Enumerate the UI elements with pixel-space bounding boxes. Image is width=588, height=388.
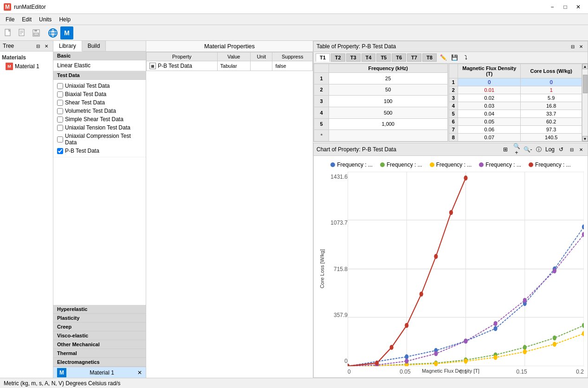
tree-close-btn[interactable]: ✕ (43, 42, 50, 50)
section-creep[interactable]: Creep (53, 323, 146, 331)
scroll-up-btn[interactable]: ▲ (582, 64, 588, 69)
prop-value-cell[interactable]: Tabular (217, 61, 250, 71)
checkbox-uniaxial-tension-input[interactable] (57, 125, 63, 131)
mfd-val-3[interactable]: 0.02 (458, 94, 521, 102)
cl-val-8[interactable]: 140.5 (521, 134, 582, 142)
section-electromagnetics[interactable]: Electromagnetics (53, 358, 146, 367)
tab-t1[interactable]: T1 (316, 53, 330, 62)
checkbox-uniaxial[interactable]: Uniaxial Test Data (57, 82, 142, 90)
edit-button[interactable] (16, 26, 29, 39)
freq-val-5[interactable]: 1,000 (329, 118, 447, 130)
mfd-val-8[interactable]: 0.07 (458, 134, 521, 142)
tree-item-material1[interactable]: M Material 1 (2, 62, 51, 71)
table-import-btn[interactable]: ⤵ (461, 53, 471, 62)
checkbox-uniaxial-compression-input[interactable] (57, 136, 63, 142)
cl-val-6[interactable]: 60.2 (521, 118, 582, 126)
tab-t3[interactable]: T3 (346, 53, 361, 62)
mfd-val-5[interactable]: 0.04 (458, 110, 521, 118)
table-save-btn[interactable]: 💾 (450, 53, 460, 62)
menu-edit[interactable]: Edit (18, 15, 35, 24)
tab-t6[interactable]: T6 (392, 53, 406, 62)
cl-val-7[interactable]: 97.3 (521, 126, 582, 134)
freq-val-3[interactable]: 100 (329, 96, 447, 107)
legend-label-4: Frequency : ... (485, 162, 521, 168)
section-hyperelastic[interactable]: Hyperelastic (53, 305, 146, 314)
table-close-btn[interactable]: ✕ (577, 43, 585, 50)
minimize-button[interactable]: − (546, 2, 558, 12)
section-thermal[interactable]: Thermal (53, 349, 146, 358)
mfd-val-4[interactable]: 0.03 (458, 102, 521, 110)
tree-undock-btn[interactable]: ⊟ (34, 42, 42, 50)
chart-info-btn[interactable]: ⓘ (534, 145, 544, 154)
x-tick-0: 0 (348, 369, 351, 375)
mfd-val-6[interactable]: 0.05 (458, 118, 521, 126)
chart-log-btn[interactable]: Log (545, 145, 555, 154)
bottom-material-label: Material 1 (90, 369, 114, 376)
checkbox-simple-shear[interactable]: Simple Shear Test Data (57, 115, 142, 123)
chart-fit-btn[interactable]: ⊞ (500, 145, 510, 154)
checkbox-uniaxial-tension[interactable]: Uniaxial Tension Test Data (57, 123, 142, 132)
checkbox-uniaxial-input[interactable] (57, 83, 63, 89)
section-test-data[interactable]: Test Data (53, 71, 146, 80)
table-scrollbar[interactable]: ▲ ▼ (582, 64, 588, 142)
mfd-val-7[interactable]: 0.06 (458, 126, 521, 134)
table-undock-btn[interactable]: ⊟ (569, 43, 576, 50)
checkbox-volumetric[interactable]: Volumetric Test Data (57, 107, 142, 115)
cl-col-header: Core Loss (W/kg) (521, 64, 582, 78)
chart-zoom-in-btn[interactable]: 🔍+ (511, 145, 522, 154)
checkbox-biaxial-input[interactable] (57, 91, 63, 97)
section-other-mechanical[interactable]: Other Mechanical (53, 340, 146, 349)
cl-val-3[interactable]: 5.9 (521, 94, 582, 102)
tab-t5[interactable]: T5 (376, 53, 391, 62)
scrollbar-thumb[interactable] (583, 75, 588, 93)
svg-rect-7 (34, 33, 39, 35)
tree-controls: ⊟ ✕ (34, 42, 50, 50)
checkbox-pb-input[interactable] (57, 148, 63, 154)
tab-t7[interactable]: T7 (407, 53, 421, 62)
property-table: Property Value Unit Suppress ▦ P-B Test … (146, 52, 313, 71)
bottom-close-btn[interactable]: ✕ (137, 369, 142, 376)
menu-bar: File Edit Units Help (0, 14, 588, 25)
close-button[interactable]: ✕ (572, 2, 584, 12)
tab-t2[interactable]: T2 (331, 53, 345, 62)
mfd-val-1[interactable]: 0 (458, 78, 521, 86)
cl-val-2[interactable]: 1 (521, 86, 582, 94)
freq-val-4[interactable]: 500 (329, 107, 447, 118)
cl-val-1[interactable]: 0 (521, 78, 582, 86)
menu-units[interactable]: Units (35, 15, 55, 24)
checkbox-simple-shear-input[interactable] (57, 116, 63, 123)
cl-val-5[interactable]: 33.7 (521, 110, 582, 118)
tab-t8[interactable]: T8 (422, 53, 437, 62)
save-button[interactable] (30, 26, 43, 39)
checkbox-volumetric-input[interactable] (57, 108, 63, 114)
menu-help[interactable]: Help (55, 15, 74, 24)
freq-val-star[interactable] (329, 130, 447, 142)
table-edit-btn[interactable]: ✏️ (439, 53, 449, 62)
material-button[interactable]: M (60, 26, 73, 39)
checkbox-biaxial[interactable]: Biaxial Test Data (57, 90, 142, 98)
section-plasticity[interactable]: Plasticity (53, 314, 146, 323)
checkbox-uniaxial-compression[interactable]: Uniaxial Compression Test Data (57, 132, 142, 147)
tab-library[interactable]: Library (53, 41, 82, 52)
section-basic[interactable]: Basic (53, 52, 146, 60)
chart-zoom-out-btn[interactable]: 🔍- (523, 145, 533, 154)
section-linear-elastic[interactable]: Linear Elastic (53, 60, 146, 71)
prop-col-property: Property (147, 52, 218, 61)
scroll-down-btn[interactable]: ▼ (582, 136, 588, 142)
maximize-button[interactable]: □ (559, 2, 571, 12)
menu-file[interactable]: File (2, 15, 18, 24)
checkbox-shear[interactable]: Shear Test Data (57, 98, 142, 107)
chart-reset-btn[interactable]: ↺ (556, 145, 566, 154)
tab-t4[interactable]: T4 (362, 53, 376, 62)
freq-val-2[interactable]: 50 (329, 84, 447, 96)
globe-button[interactable] (46, 26, 59, 39)
new-button[interactable] (2, 26, 15, 39)
chart-close-btn[interactable]: ✕ (577, 146, 585, 153)
section-visco-elastic[interactable]: Visco-elastic (53, 331, 146, 340)
cl-val-4[interactable]: 16.8 (521, 102, 582, 110)
tab-build[interactable]: Build (82, 41, 106, 51)
freq-val-1[interactable]: 25 (329, 73, 447, 84)
chart-undock-btn[interactable]: ⊟ (568, 146, 575, 153)
mfd-val-2[interactable]: 0.01 (458, 86, 521, 94)
checkbox-shear-input[interactable] (57, 100, 63, 106)
